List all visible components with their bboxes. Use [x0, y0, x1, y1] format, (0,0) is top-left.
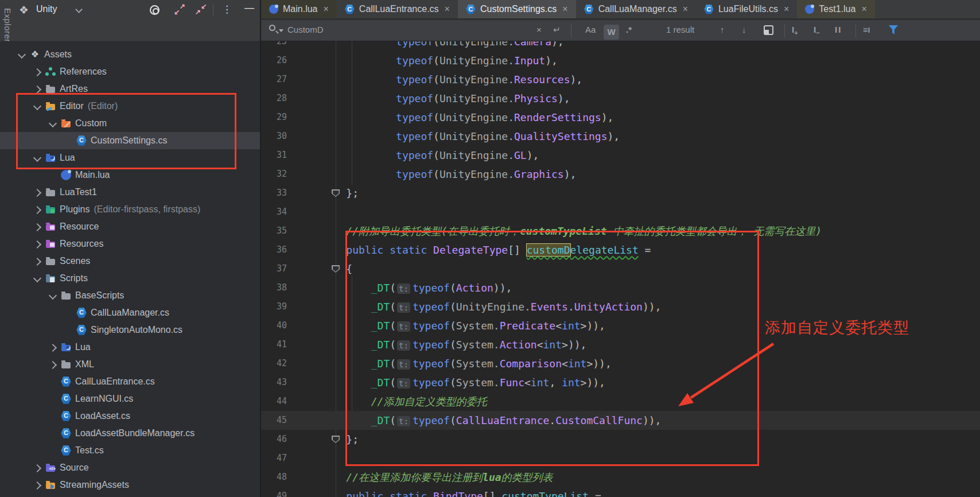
tab-close-icon[interactable]: ×	[784, 4, 789, 14]
chevron-open-icon[interactable]	[48, 119, 57, 128]
tree-item-LoadAssetBundleManager.cs[interactable]: CLoadAssetBundleManager.cs	[0, 425, 261, 442]
tree-item-CallLuaManager.cs[interactable]: CCallLuaManager.cs	[0, 304, 261, 321]
code-editor[interactable]: typeof(UnityEngine.Camera), typeof(Unity…	[261, 41, 980, 497]
chevron-closed-icon[interactable]	[33, 188, 42, 197]
find-newline-icon[interactable]: ↵	[553, 25, 561, 35]
tree-item-Plugins[interactable]: Plugins(Editor-firstpass, firstpass)	[0, 201, 261, 218]
tree-item-References[interactable]: References	[0, 63, 261, 80]
code-line-44[interactable]: //添加自定义类型的委托	[261, 392, 980, 411]
previous-occurrence-button[interactable]: ↑	[720, 25, 725, 34]
tree-item-Scenes[interactable]: Scenes	[0, 253, 261, 270]
code-line-49[interactable]: public static BindType[] customTypeList …	[261, 487, 980, 497]
chevron-closed-icon[interactable]	[33, 239, 42, 248]
tree-item-LoadAsset.cs[interactable]: CLoadAsset.cs	[0, 407, 261, 425]
find-history-chevron-icon[interactable]	[279, 29, 283, 34]
filter-icon[interactable]	[889, 25, 898, 34]
run-target-icon[interactable]	[150, 5, 160, 15]
chevron-closed-icon[interactable]	[48, 343, 57, 352]
collapse-window-icon[interactable]	[195, 3, 207, 15]
tree-item-Resources[interactable]: Resources	[0, 235, 261, 253]
code-line-34[interactable]	[261, 203, 980, 222]
search-in-selection-toggle[interactable]	[764, 25, 773, 35]
tree-item-Assets[interactable]: ❖Assets	[0, 46, 261, 63]
code-line-37[interactable]: {	[261, 259, 980, 278]
chevron-closed-icon[interactable]	[33, 222, 42, 231]
remove-selection-button[interactable]: I−	[814, 25, 820, 36]
code-line-25[interactable]: typeof(UnityEngine.Camera),	[261, 41, 980, 51]
code-line-43[interactable]: _DT(t:typeof(System.Func<int, int>)),	[261, 373, 980, 392]
expand-window-icon[interactable]	[174, 3, 185, 15]
chevron-closed-icon[interactable]	[33, 257, 42, 266]
chevron-open-icon[interactable]	[33, 102, 42, 111]
code-line-27[interactable]: typeof(UnityEngine.Resources),	[261, 70, 980, 89]
tab-LuaFileUtils.cs[interactable]: CLuaFileUtils.cs×	[696, 0, 797, 18]
regex-toggle[interactable]: .*	[626, 25, 632, 34]
code-line-36[interactable]: public static DelegateType[] customDeleg…	[261, 240, 980, 259]
chevron-closed-icon[interactable]	[48, 360, 57, 369]
tree-item-Main.lua[interactable]: Main.lua	[0, 166, 261, 184]
tab-close-icon[interactable]: ×	[562, 4, 567, 14]
tree-item-Lua[interactable]: Lua	[0, 339, 261, 356]
chevron-closed-icon[interactable]	[33, 463, 42, 472]
tree-item-Source[interactable]: Source	[0, 459, 261, 476]
tab-CallLuaManager.cs[interactable]: CCallLuaManager.cs×	[576, 0, 696, 18]
minimize-button[interactable]: —	[244, 2, 254, 14]
code-line-35[interactable]: //附加导出委托类型(在导出委托时，customTypeList 中牵扯的委托类…	[261, 222, 980, 240]
code-line-46[interactable]: };	[261, 430, 980, 449]
code-line-47[interactable]	[261, 449, 980, 468]
tree-item-SingletonAutoMono.cs[interactable]: CSingletonAutoMono.cs	[0, 321, 261, 339]
tab-CallLuaEntrance.cs[interactable]: CCallLuaEntrance.cs×	[337, 0, 458, 18]
chevron-open-icon[interactable]	[33, 274, 42, 283]
find-search-icon[interactable]	[269, 25, 275, 31]
code-line-31[interactable]: typeof(UnityEngine.GL),	[261, 146, 980, 165]
tree-item-Lua[interactable]: Lua	[0, 149, 261, 166]
tab-Test1.lua[interactable]: Test1.lua×	[797, 0, 874, 18]
explorer-strip-label[interactable]: Explorer	[3, 8, 13, 42]
code-line-30[interactable]: typeof(UnityEngine.QualitySettings),	[261, 127, 980, 146]
tree-item-CallLuaEntrance.cs[interactable]: CCallLuaEntrance.cs	[0, 373, 261, 390]
tree-item-XML[interactable]: XML	[0, 356, 261, 373]
match-case-toggle[interactable]: Aa	[585, 25, 596, 34]
code-line-29[interactable]: typeof(UnityEngine.RenderSettings),	[261, 108, 980, 127]
chevron-closed-icon[interactable]	[33, 84, 42, 94]
code-line-33[interactable]: };	[261, 184, 980, 203]
code-line-45[interactable]: _DT(t:typeof(CallLuaEntrance.CustomCallF…	[261, 411, 980, 430]
chevron-open-icon[interactable]	[33, 153, 42, 162]
tree-item-LearnNGUI.cs[interactable]: CLearnNGUI.cs	[0, 390, 261, 407]
next-occurrence-button[interactable]: ↓	[742, 25, 746, 34]
whole-words-toggle[interactable]: W	[604, 25, 619, 40]
find-query-input[interactable]: CustomD	[287, 25, 324, 34]
code-line-48[interactable]: //在这里添加你要导出注册到lua的类型列表	[261, 468, 980, 487]
tree-item-Custom[interactable]: Custom	[0, 115, 261, 132]
tab-close-icon[interactable]: ×	[323, 4, 328, 14]
code-line-39[interactable]: _DT(t:typeof(UnityEngine.Events.UnityAct…	[261, 297, 980, 316]
tree-item-Test.cs[interactable]: CTest.cs	[0, 442, 261, 459]
code-line-32[interactable]: typeof(UnityEngine.Graphics),	[261, 165, 980, 184]
tab-CustomSettings.cs[interactable]: CCustomSettings.cs×	[458, 0, 576, 18]
add-selection-button[interactable]: I+	[792, 25, 798, 36]
more-options-icon[interactable]: ⋮	[222, 3, 232, 15]
tree-item-BaseScripts[interactable]: BaseScripts	[0, 287, 261, 304]
tree-item-Scripts[interactable]: Scripts	[0, 270, 261, 287]
code-line-38[interactable]: _DT(t:typeof(Action)),	[261, 278, 980, 297]
app-menu-chevron-icon[interactable]	[75, 6, 83, 13]
find-clear-icon[interactable]: ×	[536, 25, 542, 34]
code-line-26[interactable]: typeof(UnityEngine.Input),	[261, 51, 980, 70]
code-line-28[interactable]: typeof(UnityEngine.Physics),	[261, 89, 980, 108]
chevron-open-icon[interactable]	[48, 291, 57, 300]
chevron-open-icon[interactable]	[17, 50, 26, 59]
tree-item-Resource[interactable]: Resource	[0, 218, 261, 235]
code-line-42[interactable]: _DT(t:typeof(System.Comparison<int>)),	[261, 354, 980, 373]
chevron-closed-icon[interactable]	[33, 67, 42, 76]
chevron-closed-icon[interactable]	[33, 480, 42, 490]
panel-divider[interactable]	[260, 0, 261, 497]
tree-item-LuaTest1[interactable]: LuaTest1	[0, 184, 261, 201]
highlight-occurrences-toggle[interactable]: ≡I	[863, 25, 870, 34]
tree-item-CustomSettings.cs[interactable]: CCustomSettings.cs	[0, 132, 261, 149]
tree-item-ArtRes[interactable]: ArtRes	[0, 80, 261, 98]
tab-Main.lua[interactable]: Main.lua×	[261, 0, 337, 18]
tab-close-icon[interactable]: ×	[683, 4, 688, 14]
select-all-occurrences-button[interactable]: II	[835, 25, 842, 34]
tab-close-icon[interactable]: ×	[861, 4, 866, 14]
chevron-closed-icon[interactable]	[33, 205, 42, 214]
